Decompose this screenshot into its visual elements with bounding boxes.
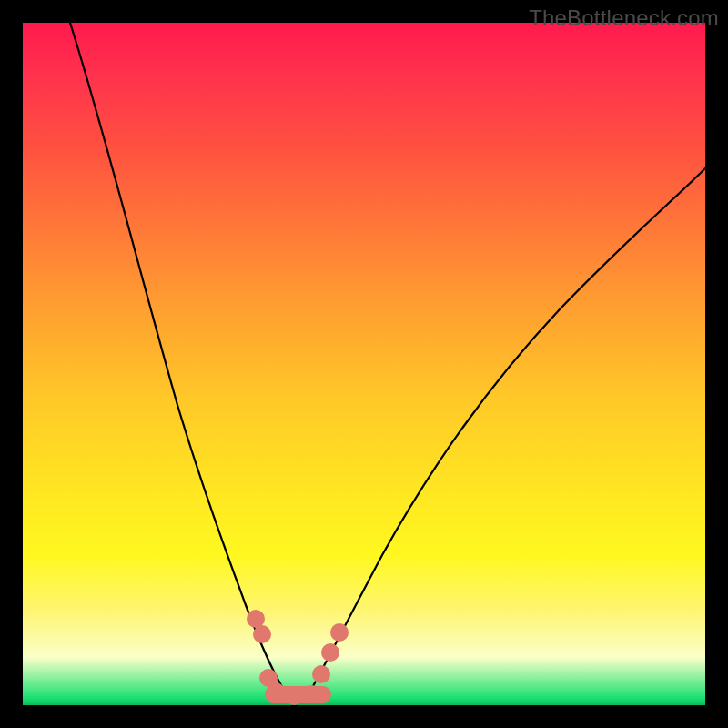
curve-layer xyxy=(23,23,705,705)
curve-right xyxy=(307,168,705,698)
marker-dot xyxy=(321,643,339,662)
marker-dot xyxy=(285,687,303,705)
marker-cluster xyxy=(247,610,349,705)
chart-frame: TheBottleneck.com xyxy=(0,0,728,728)
marker-dot xyxy=(312,665,330,683)
curve-left xyxy=(70,23,288,698)
plot-area xyxy=(23,23,705,705)
marker-dot xyxy=(267,682,285,701)
watermark-text: TheBottleneck.com xyxy=(529,5,719,31)
marker-dot xyxy=(253,625,271,643)
marker-dot xyxy=(330,623,349,642)
marker-dot xyxy=(303,685,321,703)
